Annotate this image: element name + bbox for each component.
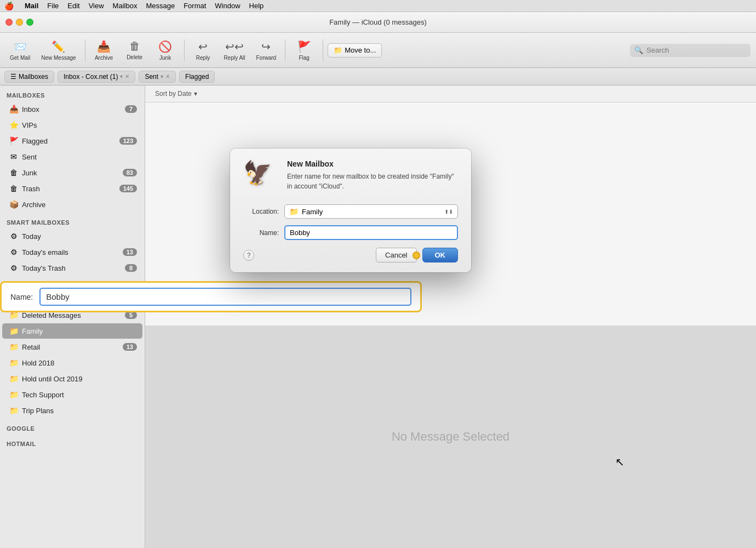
menu-edit[interactable]: Edit bbox=[67, 2, 79, 10]
junk-button[interactable]: 🚫 Junk bbox=[151, 36, 180, 65]
menu-format[interactable]: Format bbox=[184, 2, 206, 10]
tab-inbox[interactable]: Inbox - Cox.net (1) ▾ ✕ bbox=[58, 71, 135, 83]
maximize-button[interactable] bbox=[26, 19, 33, 26]
reply-all-button[interactable]: ↩↩ Reply All bbox=[220, 36, 250, 65]
sidebar-item-todays-emails[interactable]: ⚙ Today's emails 13 bbox=[2, 244, 142, 260]
sidebar-item-today[interactable]: ⚙ Today bbox=[2, 229, 142, 244]
minimize-button[interactable] bbox=[16, 19, 23, 26]
close-button[interactable] bbox=[5, 19, 13, 26]
window-controls[interactable] bbox=[5, 19, 33, 26]
dialog-name-field: Name: bbox=[243, 225, 458, 240]
tab-mailboxes[interactable]: ☰ Mailboxes bbox=[4, 71, 54, 83]
sidebar-retail-label: Retail bbox=[22, 343, 119, 351]
sidebar-item-trip-plans[interactable]: 📁 Trip Plans bbox=[2, 403, 142, 418]
mailboxes-icon: ☰ bbox=[10, 73, 16, 81]
menu-file[interactable]: File bbox=[47, 2, 59, 10]
dialog-icon-container: 🦅 bbox=[243, 159, 278, 195]
junk-badge: 83 bbox=[123, 169, 137, 176]
sidebar-item-archive[interactable]: 📦 Archive bbox=[2, 197, 142, 212]
sidebar-item-trash[interactable]: 🗑 Trash 145 bbox=[2, 181, 142, 196]
reply-button[interactable]: ↩ Reply bbox=[189, 36, 217, 65]
junk-icon: 🚫 bbox=[158, 40, 172, 53]
forward-label: Forward bbox=[256, 55, 277, 61]
sidebar-item-hold2018[interactable]: 📁 Hold 2018 bbox=[2, 355, 142, 370]
apple-menu[interactable]: 🍎 bbox=[4, 2, 14, 10]
sidebar-item-todays-trash[interactable]: ⚙ Today's Trash 8 bbox=[2, 260, 142, 276]
sidebar-item-tech-support[interactable]: 📁 Tech Support bbox=[2, 387, 142, 402]
name-highlight-label: Name: bbox=[10, 293, 33, 301]
tab-inbox-x[interactable]: ✕ bbox=[125, 73, 129, 79]
todays-emails-badge: 13 bbox=[123, 248, 137, 256]
inbox-badge: 7 bbox=[125, 105, 137, 113]
menu-mail[interactable]: Mail bbox=[25, 2, 38, 10]
sidebar-item-vips[interactable]: ⭐ VIPs bbox=[2, 117, 142, 133]
title-bar: Family — iCloud (0 messages) bbox=[0, 12, 756, 33]
tab-inbox-close[interactable]: ▾ bbox=[120, 73, 123, 79]
new-message-label: New Message bbox=[41, 55, 76, 61]
menu-message[interactable]: Message bbox=[146, 2, 175, 10]
location-label: Location: bbox=[243, 208, 279, 215]
archive-label: Archive bbox=[95, 55, 113, 61]
dialog-ok-button[interactable]: OK bbox=[422, 248, 459, 262]
junk-sidebar-icon: 🗑 bbox=[9, 168, 19, 178]
location-dropdown-arrow: ⬆⬇ bbox=[444, 209, 453, 215]
search-input[interactable] bbox=[646, 46, 746, 54]
hold-oct-icon: 📁 bbox=[9, 374, 19, 384]
search-bar[interactable]: 🔍 bbox=[630, 44, 751, 57]
sidebar-todays-trash-label: Today's Trash bbox=[22, 264, 122, 272]
menu-mailbox[interactable]: Mailbox bbox=[113, 2, 138, 10]
sidebar-item-family[interactable]: 📁 Family bbox=[2, 323, 142, 339]
delete-label: Delete bbox=[127, 54, 142, 60]
dialog-name-input[interactable] bbox=[284, 225, 458, 240]
trip-plans-icon: 📁 bbox=[9, 406, 19, 415]
ok-label: OK bbox=[435, 251, 446, 259]
flagged-icon: 🚩 bbox=[9, 136, 19, 146]
menu-view[interactable]: View bbox=[89, 2, 104, 10]
toolbar-separator-2 bbox=[184, 39, 185, 61]
new-mailbox-dialog: 🦅 New Mailbox Enter name for new mailbox… bbox=[230, 149, 471, 272]
dialog-description: Enter name for new mailbox to be created… bbox=[287, 172, 458, 191]
menu-help[interactable]: Help bbox=[249, 2, 264, 10]
tab-sent-x[interactable]: ✕ bbox=[165, 73, 170, 79]
move-to-button[interactable]: 📁 Move to... bbox=[328, 43, 382, 58]
dialog-name-label: Name: bbox=[243, 229, 279, 237]
location-select[interactable]: 📁 Family ⬆⬇ bbox=[284, 204, 458, 219]
sidebar-item-hold-until-oct-2019[interactable]: 📁 Hold until Oct 2019 bbox=[2, 371, 142, 386]
delete-button[interactable]: 🗑 Delete bbox=[121, 36, 149, 65]
menu-window[interactable]: Window bbox=[215, 2, 240, 10]
get-mail-button[interactable]: 📨 Get Mail bbox=[5, 36, 35, 65]
get-mail-icon: 📨 bbox=[13, 40, 27, 53]
tech-support-icon: 📁 bbox=[9, 390, 19, 399]
name-highlight-input[interactable] bbox=[39, 288, 411, 306]
sidebar-item-flagged[interactable]: 🚩 Flagged 123 bbox=[2, 133, 142, 149]
sidebar-vips-label: VIPs bbox=[22, 121, 137, 129]
reply-all-label: Reply All bbox=[224, 55, 245, 61]
new-message-icon: ✏️ bbox=[51, 40, 65, 53]
sidebar-item-junk[interactable]: 🗑 Junk 83 bbox=[2, 165, 142, 180]
tab-flagged[interactable]: Flagged bbox=[179, 71, 215, 83]
sidebar-item-inbox[interactable]: 📥 Inbox 7 bbox=[2, 101, 142, 117]
family-icon: 📁 bbox=[9, 326, 19, 336]
new-message-button[interactable]: ✏️ New Message bbox=[37, 36, 80, 65]
hold2018-icon: 📁 bbox=[9, 358, 19, 368]
sidebar-trip-plans-label: Trip Plans bbox=[22, 407, 137, 415]
sort-by-date-button[interactable]: Sort by Date ▾ bbox=[152, 89, 201, 99]
sidebar-hold2018-label: Hold 2018 bbox=[22, 359, 137, 367]
forward-button[interactable]: ↪ Forward bbox=[252, 36, 281, 65]
move-to-icon: 📁 bbox=[334, 46, 342, 54]
name-highlight-overlay: Name: bbox=[0, 281, 422, 312]
sidebar-item-sent[interactable]: ✉ Sent bbox=[2, 149, 142, 164]
mailboxes-header: Mailboxes bbox=[0, 85, 145, 101]
hotmail-header: Hotmail bbox=[0, 434, 145, 449]
tab-mailboxes-label: Mailboxes bbox=[19, 73, 48, 81]
reply-label: Reply bbox=[196, 55, 210, 61]
sidebar-item-retail[interactable]: 📁 Retail 13 bbox=[2, 339, 142, 355]
dialog-cancel-button[interactable]: Cancel bbox=[376, 248, 416, 262]
tab-sent-close[interactable]: ▾ bbox=[161, 73, 163, 79]
archive-button[interactable]: 📥 Archive bbox=[90, 36, 118, 65]
flag-button[interactable]: 🚩 Flag bbox=[290, 36, 318, 65]
trash-badge: 145 bbox=[119, 185, 137, 192]
dialog-help-button[interactable]: ? bbox=[243, 250, 254, 261]
tab-sent[interactable]: Sent ▾ ✕ bbox=[139, 71, 176, 83]
reply-all-icon: ↩↩ bbox=[225, 40, 244, 53]
